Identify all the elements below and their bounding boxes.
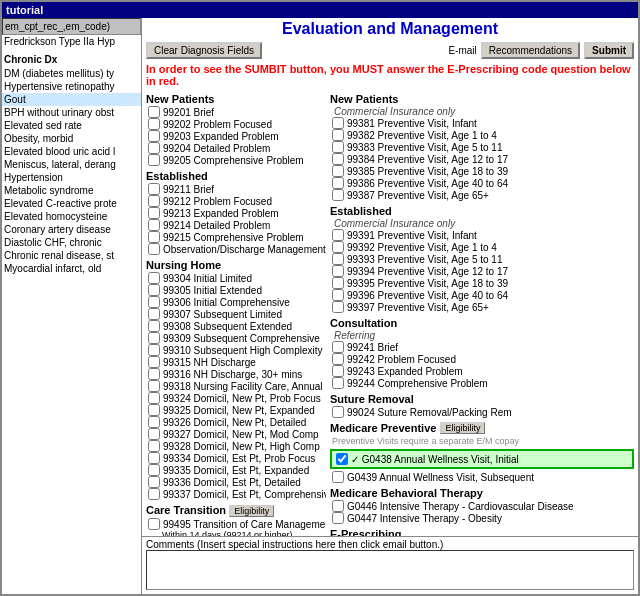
established-right-header: Established (330, 205, 634, 217)
title-bar: tutorial (2, 2, 638, 18)
code-99201[interactable]: 99201 Brief (146, 106, 322, 118)
code-99386[interactable]: 99386 Preventive Visit, Age 40 to 64 (330, 177, 634, 189)
code-99202[interactable]: 99202 Problem Focused (146, 118, 322, 130)
code-99391[interactable]: 99391 Preventive Visit, Infant (330, 229, 634, 241)
code-99384[interactable]: 99384 Preventive Visit, Age 12 to 17 (330, 153, 634, 165)
sidebar-item-diastolic-chf[interactable]: Diastolic CHF, chronic (2, 236, 141, 249)
code-99244[interactable]: 99244 Comprehensive Problem (330, 377, 634, 389)
code-g0438[interactable]: ✓ G0438 Annual Wellness Visit, Initial (334, 453, 630, 465)
sidebar-item-obesity[interactable]: Obesity, morbid (2, 132, 141, 145)
code-99334[interactable]: 99334 Domicil, Est Pt, Prob Focus (146, 452, 322, 464)
comments-textarea[interactable] (146, 550, 634, 590)
sidebar-item-uric-acid[interactable]: Elevated blood uric acid l (2, 145, 141, 158)
medicare-behavioral-header: Medicare Behavioral Therapy (330, 487, 634, 499)
code-99337[interactable]: 99337 Domicil, Est Pt, Comprehensive (146, 488, 322, 500)
columns-area: New Patients 99201 Brief 99202 Problem F… (142, 89, 638, 536)
code-99335[interactable]: 99335 Domicil, Est Pt, Expanded (146, 464, 322, 476)
new-patients-header: New Patients (146, 93, 322, 105)
code-99214[interactable]: 99214 Detailed Problem (146, 219, 322, 231)
code-99394[interactable]: 99394 Preventive Visit, Age 12 to 17 (330, 265, 634, 277)
code-99381[interactable]: 99381 Preventive Visit, Infant (330, 117, 634, 129)
code-99205[interactable]: 99205 Comprehensive Problem (146, 154, 322, 166)
code-99307[interactable]: 99307 Subsequent Limited (146, 308, 322, 320)
sidebar-item-dm[interactable]: DM (diabetes mellitus) ty (2, 67, 141, 80)
code-99215[interactable]: 99215 Comprehensive Problem (146, 231, 322, 243)
code-99396[interactable]: 99396 Preventive Visit, Age 40 to 64 (330, 289, 634, 301)
sidebar-item-myocardial[interactable]: Myocardial infarct, old (2, 262, 141, 275)
code-g0446[interactable]: G0446 Intensive Therapy - Cardiovascular… (330, 500, 634, 512)
code-99392[interactable]: 99392 Preventive Visit, Age 1 to 4 (330, 241, 634, 253)
care-transition-eligibility-button[interactable]: Eligibility (229, 505, 274, 517)
comments-label: Comments (Insert special instructions he… (146, 539, 634, 550)
code-99318[interactable]: 99318 Nursing Facility Care, Annual (146, 380, 322, 392)
code-99212[interactable]: 99212 Problem Focused (146, 195, 322, 207)
code-99327[interactable]: 99327 Domicil, New Pt, Mod Comp (146, 428, 322, 440)
submit-button[interactable]: Submit (584, 42, 634, 59)
code-99204[interactable]: 99204 Detailed Problem (146, 142, 322, 154)
code-99326[interactable]: 99326 Domicil, New Pt, Detailed (146, 416, 322, 428)
left-column: New Patients 99201 Brief 99202 Problem F… (146, 89, 326, 536)
sidebar: em_cpt_rec_,em_code) Fredrickson Type II… (2, 18, 142, 594)
sidebar-item-coronary[interactable]: Coronary artery disease (2, 223, 141, 236)
sidebar-item-hypertensive-retinopathy[interactable]: Hypertensive retinopathy (2, 80, 141, 93)
sidebar-item-metabolic[interactable]: Metabolic syndrome (2, 184, 141, 197)
code-99397[interactable]: 99397 Preventive Visit, Age 65+ (330, 301, 634, 313)
code-99309[interactable]: 99309 Subsequent Comprehensive (146, 332, 322, 344)
code-99024[interactable]: 99024 Suture Removal/Packing Rem (330, 406, 634, 418)
code-99304[interactable]: 99304 Initial Limited (146, 272, 322, 284)
medicare-g0438-row[interactable]: ✓ G0438 Annual Wellness Visit, Initial (330, 449, 634, 469)
code-99324[interactable]: 99324 Domicil, New Pt, Prob Focus (146, 392, 322, 404)
new-patients-right-header: New Patients (330, 93, 634, 105)
sidebar-item-elevated-sed[interactable]: Elevated sed rate (2, 119, 141, 132)
medicare-preventive-note: Preventive Visits require a separate E/M… (330, 435, 634, 447)
code-99213[interactable]: 99213 Expanded Problem (146, 207, 322, 219)
sidebar-item-fredrickson[interactable]: Fredrickson Type IIa Hyp (2, 35, 141, 48)
sidebar-item-meniscus[interactable]: Meniscus, lateral, derang (2, 158, 141, 171)
code-99382[interactable]: 99382 Preventive Visit, Age 1 to 4 (330, 129, 634, 141)
eprescribing-section: E-Prescribing Was at least one prescript… (330, 528, 634, 536)
recommendations-button[interactable]: Recommendations (481, 42, 580, 59)
sidebar-item-gout[interactable]: Gout (2, 93, 141, 106)
code-99385[interactable]: 99385 Preventive Visit, Age 18 to 39 (330, 165, 634, 177)
eprescribing-header: E-Prescribing (330, 528, 634, 536)
code-99393[interactable]: 99393 Preventive Visit, Age 5 to 11 (330, 253, 634, 265)
code-99241[interactable]: 99241 Brief (330, 341, 634, 353)
code-99316[interactable]: 99316 NH Discharge, 30+ mins (146, 368, 322, 380)
code-99310[interactable]: 99310 Subsequent High Complexity (146, 344, 322, 356)
sidebar-item-c-reactive[interactable]: Elevated C-reactive prote (2, 197, 141, 210)
medicare-preventive-header: Medicare Preventive (330, 422, 436, 434)
consultation-subheader: Referring (334, 330, 634, 341)
code-99242[interactable]: 99242 Problem Focused (330, 353, 634, 365)
code-99495[interactable]: 99495 Transition of Care Management (146, 518, 322, 530)
code-g0439[interactable]: G0439 Annual Wellness Visit, Subsequent (330, 471, 634, 483)
code-99243[interactable]: 99243 Expanded Problem (330, 365, 634, 377)
clear-diagnosis-button[interactable]: Clear Diagnosis Fields (146, 42, 262, 59)
sidebar-item-chronic-renal[interactable]: Chronic renal disease, st (2, 249, 141, 262)
comments-section: Comments (Insert special instructions he… (142, 536, 638, 594)
code-99211[interactable]: 99211 Brief (146, 183, 322, 195)
code-99325[interactable]: 99325 Domicil, New Pt, Expanded (146, 404, 322, 416)
email-label: E-mail (448, 45, 476, 56)
new-patients-right-subheader: Commercial Insurance only (334, 106, 634, 117)
sidebar-item-hypertension[interactable]: Hypertension (2, 171, 141, 184)
code-99395[interactable]: 99395 Preventive Visit, Age 18 to 39 (330, 277, 634, 289)
sidebar-item-homocysteine[interactable]: Elevated homocysteine (2, 210, 141, 223)
medicare-preventive-eligibility-button[interactable]: Eligibility (440, 422, 485, 434)
code-99383[interactable]: 99383 Preventive Visit, Age 5 to 11 (330, 141, 634, 153)
sidebar-chronic-dx-header: Chronic Dx (2, 52, 141, 67)
sidebar-item-bph[interactable]: BPH without urinary obst (2, 106, 141, 119)
code-99306[interactable]: 99306 Initial Comprehensive (146, 296, 322, 308)
code-99387[interactable]: 99387 Preventive Visit, Age 65+ (330, 189, 634, 201)
code-99203[interactable]: 99203 Expanded Problem (146, 130, 322, 142)
code-99336[interactable]: 99336 Domicil, Est Pt, Detailed (146, 476, 322, 488)
code-99315[interactable]: 99315 NH Discharge (146, 356, 322, 368)
code-obs-discharge[interactable]: Observation/Discharge Management (146, 243, 322, 255)
code-99308[interactable]: 99308 Subsequent Extended (146, 320, 322, 332)
medicare-preventive-container: Medicare Preventive Eligibility (330, 422, 634, 434)
sidebar-title: em_cpt_rec_,em_code) (2, 18, 141, 35)
code-99305[interactable]: 99305 Initial Extended (146, 284, 322, 296)
warning-text: In order to see the SUMBIT button, you M… (142, 61, 638, 89)
code-g0447[interactable]: G0447 Intensive Therapy - Obesity (330, 512, 634, 524)
established-header: Established (146, 170, 322, 182)
code-99328[interactable]: 99328 Domicil, New Pt, High Comp (146, 440, 322, 452)
